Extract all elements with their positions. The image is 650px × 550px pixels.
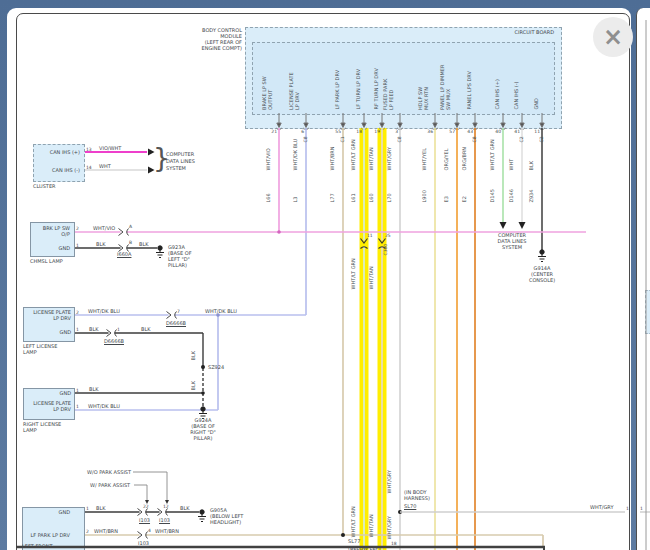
wire-label-wht-gry-vert: WHT/GRY xyxy=(387,516,393,540)
bcm-pin-num: 57 xyxy=(444,129,455,135)
rightlic-box-label: RIGHT LICENSE LAMP xyxy=(23,421,61,433)
wire-label-blk-vert: BLK xyxy=(191,351,197,361)
bcm-pin-num: 3 xyxy=(387,129,398,135)
chmsl-pin1-num: 1 xyxy=(76,243,79,249)
conn-i103-link[interactable]: I103 xyxy=(138,540,149,546)
wire-label-wht-gry-vert: WHT/GRY xyxy=(387,470,393,494)
bcm-pin-num: 11 xyxy=(529,129,540,135)
circuit-label: L900 xyxy=(422,190,428,202)
wire-color-label: WHT/GRY xyxy=(387,147,393,171)
wire-label-blk: BLK xyxy=(180,505,190,511)
bcm-pin-name: CAN IHS (-) xyxy=(514,82,520,110)
computer-data-lines-label: COMPUTER DATA LINES SYSTEM xyxy=(489,232,535,250)
conn-pin12: 12 xyxy=(163,504,169,510)
bcm-pin-num: 19 xyxy=(369,129,380,135)
bcm-pin-name: LF TURN LP DRV xyxy=(356,69,362,110)
wire-label-wht-dkblu: WHT/DK BLU xyxy=(88,403,120,409)
wire-label-wht-brn: WHT/BRN xyxy=(94,528,118,534)
wire-label-blk: BLK xyxy=(141,326,151,332)
bcm-pin-name: BRAKE LP SW OUTPUT xyxy=(262,76,273,110)
leftlic-box-label: LEFT LICENSE LAMP xyxy=(23,343,57,355)
close-icon: × xyxy=(603,23,623,51)
lfpark-pin2: 2 xyxy=(86,529,89,535)
close-button[interactable]: × xyxy=(593,17,633,57)
wire-leftlic-blk xyxy=(75,333,203,368)
wire-label-wht-ltgrn-vert: WHT/LT GRN xyxy=(351,258,357,289)
cluster-pin13-num: 13 xyxy=(86,147,92,153)
ground-g905a-label: G905A (BELOW LEFT HEADLIGHT) xyxy=(210,507,243,525)
bcm-pin-arrows xyxy=(276,113,545,130)
bcm-conn-id: C2 xyxy=(519,136,525,142)
conn-d6666b-link[interactable]: D6666B xyxy=(104,338,124,344)
conn-a-label: A xyxy=(129,224,132,230)
w-park-assist-label: W/ PARK ASSIST xyxy=(90,482,130,488)
bcm-conn-id: C1 xyxy=(340,136,346,142)
wire-label-wht: WHT xyxy=(99,163,111,169)
bcm-conn-id: C8 xyxy=(472,136,478,142)
wire-color-label: WHT/TAN xyxy=(369,147,375,170)
bcm-pin-num: 40 xyxy=(490,129,501,135)
computer-data-lines-label: COMPUTER DATA LINES SYSTEM xyxy=(166,151,195,172)
next-page-pin-1: 1 xyxy=(640,506,643,512)
bcm-pin-name: FUSED PARK LP FEED xyxy=(383,79,394,110)
leftlic-pin2: 2 xyxy=(76,310,79,316)
chmsl-pin2-label: BRK LP SW O/P xyxy=(32,225,70,237)
ground-g905a xyxy=(198,510,206,522)
rightlic-pin1b: 1 xyxy=(76,404,79,410)
leftlic-drv-label: LICENSE PLATE LP DRV xyxy=(25,309,71,321)
c300-pin-left: 11 xyxy=(367,233,373,239)
circuit-label: E2 xyxy=(462,196,468,202)
leftlic-gnd-label: GND xyxy=(25,329,71,335)
wire-color-label: ORG/YEL xyxy=(444,149,450,171)
wo-park-assist-label: W/O PARK ASSIST xyxy=(87,469,131,475)
conn-i103-link[interactable]: I103 xyxy=(139,517,150,523)
splice-sl70-name[interactable]: SL70 xyxy=(404,503,416,509)
splice-sz924-dot xyxy=(201,365,205,369)
edge-pin-1: 1 xyxy=(626,506,629,512)
bcm-pin-num: 21 xyxy=(266,129,277,135)
callout-wo-park-assist xyxy=(133,472,167,500)
chmsl-box-label: CHMSL LAMP xyxy=(30,258,63,264)
rightlic-drv-label: LICENSE PLATE LP DRV xyxy=(25,400,71,412)
splice-sl77-dot xyxy=(341,533,345,537)
ground-g914a-label: G914A (CENTER CONSOLE) xyxy=(523,265,561,283)
circuit-label: L60 xyxy=(369,193,375,202)
wire-label-wht-dkblu: WHT/DK BLU xyxy=(205,308,237,314)
wire-color-label: WHT/DK BLU xyxy=(293,139,299,171)
wire-label-blk: BLK xyxy=(96,505,106,511)
callout-w-park-assist xyxy=(134,485,147,500)
conn-i103-link[interactable]: I103 xyxy=(159,517,170,523)
circuit-label: E3 xyxy=(444,196,450,202)
c300-pin-right: 25 xyxy=(385,233,391,239)
lfpark-drv-label: LF PARK LP DRV xyxy=(24,532,70,538)
wire-label-wht-vio: WHT/VIO xyxy=(93,225,115,231)
bcm-pin-name: RF TURN LP DRV xyxy=(374,68,380,109)
conn-pin1: 1 xyxy=(117,327,120,333)
bcm-pin-num: 41 xyxy=(509,129,520,135)
conn-pin7: 7 xyxy=(177,309,180,315)
wire-label-wht-brn: WHT/BRN xyxy=(155,528,179,534)
wire-color-label: BLK xyxy=(529,161,535,171)
inline-connectors xyxy=(107,229,177,539)
conn-i660a-link[interactable]: I660A xyxy=(117,251,131,257)
bcm-pin-num: 18 xyxy=(351,129,362,135)
conn-d6666b-link[interactable]: D6666B xyxy=(166,320,186,326)
wire-label-vio-wht: VIO/WHT xyxy=(99,145,121,151)
bcm-pin-name: PANEL LP DIMMER SW MUX xyxy=(440,65,451,110)
wire-label-blk: BLK xyxy=(139,241,149,247)
wire-label-wht-tan-vert: WHT/TAN xyxy=(369,514,375,537)
cluster-pin14-label: CAN IHS (-) xyxy=(35,167,80,173)
circuit-label: L3 xyxy=(293,197,299,203)
bcm-pin-num: 6 xyxy=(293,129,304,135)
rightlic-pin1: 1 xyxy=(76,388,79,394)
bcm-conn-id: C8 xyxy=(303,136,309,142)
bottom-pin-18: 18 xyxy=(391,541,397,547)
conn-pin4: 4 xyxy=(148,528,151,534)
conn-b-label: B xyxy=(129,240,132,246)
bcm-pin-name: LF PARK LP DRV xyxy=(335,70,341,110)
bcm-pin-name: CAN IHS (+) xyxy=(495,79,501,109)
circuit-label: Z934 xyxy=(529,190,535,203)
chmsl-pin2-num: 2 xyxy=(76,226,79,232)
junction-l66 xyxy=(277,230,281,234)
rightlic-gnd-label: GND xyxy=(25,390,71,396)
